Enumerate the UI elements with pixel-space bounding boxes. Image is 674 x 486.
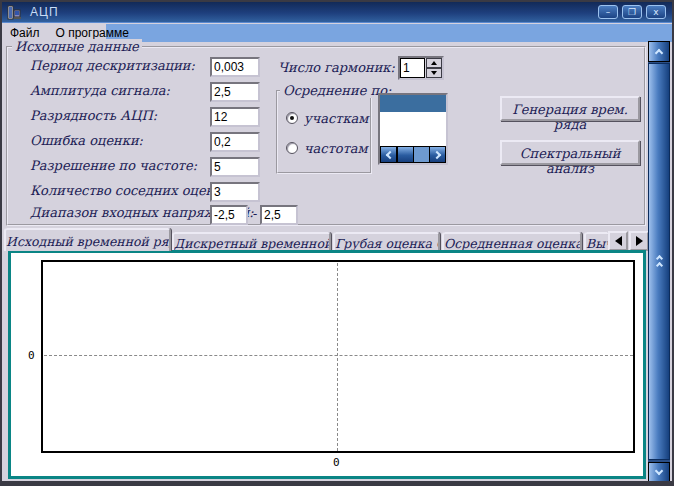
spinner-up-button[interactable] [426, 58, 442, 68]
radio-selected-dot [290, 116, 294, 120]
field-label-sampling-period: Период дескритизации: [30, 58, 195, 73]
field-input-signal-amplitude[interactable] [210, 82, 260, 102]
hscroll-thumb[interactable] [397, 146, 414, 163]
app-window: АЦП – ❐ x Файл О программе Исходные данн… [0, 0, 674, 486]
spinner-up-icon [431, 61, 437, 65]
tab-scroll-right-icon [636, 236, 643, 246]
field-input-frequency-resolution[interactable] [210, 157, 260, 177]
tab-scroll-right-button[interactable] [629, 231, 649, 251]
hscroll-right-icon [432, 150, 440, 158]
hscroll-left-button[interactable] [380, 146, 397, 163]
close-button[interactable]: x [646, 5, 666, 19]
tab-scroll-left-icon [615, 236, 622, 246]
app-icon [7, 5, 22, 20]
field-label-frequency-resolution: Разрешение по частоте: [30, 158, 197, 173]
scroll-thumb-gripper-icon [655, 261, 662, 268]
field-label-signal-amplitude: Амплитуда сигнала: [30, 83, 170, 98]
radio-by-frequencies[interactable] [286, 142, 298, 154]
scroll-down-button[interactable] [648, 462, 670, 483]
group-initial-data-label: Исходные данные [12, 39, 142, 54]
scroll-up-button[interactable] [648, 41, 670, 62]
field-label-harmonics-count: Число гармоник: [278, 60, 395, 75]
scroll-up-icon [655, 49, 663, 57]
field-label-estimate-error: Ошибка оценки: [30, 133, 143, 148]
group-averaging [276, 90, 372, 174]
title-bar[interactable]: АЦП – ❐ x [2, 2, 672, 23]
range-separator: - [252, 206, 256, 221]
hscroll-right-button[interactable] [429, 146, 446, 163]
spinner-down-icon [431, 71, 437, 75]
spinner-down-button[interactable] [426, 68, 442, 78]
field-label-neighbor-estimates: Количество соседних оценок: [30, 183, 235, 198]
vertical-scrollbar[interactable] [648, 41, 670, 483]
harmonics-listbox[interactable] [378, 93, 448, 165]
field-input-voltage-range-to[interactable] [260, 205, 298, 225]
field-label-adc-resolution: Разрядность АЦП: [30, 108, 157, 123]
window-title: АЦП [30, 5, 59, 19]
radio-by-segments[interactable] [286, 112, 298, 124]
listbox-hscrollbar[interactable] [380, 146, 446, 163]
hscroll-left-icon [385, 150, 393, 158]
tab-truncated[interactable]: Вычи [584, 232, 610, 251]
generate-series-button[interactable]: Генерация врем. ряда [500, 96, 640, 121]
y-axis-zero-label: 0 [28, 349, 35, 362]
listbox-selected-row[interactable] [380, 95, 446, 112]
tab-discrete-time-series[interactable]: Дискретный временной ряд [172, 232, 331, 251]
harmonics-spinner-value[interactable]: 1 [400, 58, 425, 78]
radio-by-segments-label: участкам [304, 111, 368, 126]
chart-zero-gridline-vertical [337, 263, 338, 451]
chart-plot-area [41, 260, 635, 453]
tab-rough-psd-estimate[interactable]: Грубая оценка СПМ [333, 232, 440, 251]
field-input-estimate-error[interactable] [210, 132, 260, 152]
tab-source-time-series[interactable]: Исходный временной ряд [4, 228, 171, 251]
radio-by-frequencies-label: частотам [304, 141, 368, 156]
tab-averaged-psd-estimate[interactable]: Осредненная оценка СПМ [442, 232, 582, 251]
maximize-button[interactable]: ❐ [622, 5, 642, 19]
chart-zero-gridline-horizontal [44, 355, 633, 356]
field-input-sampling-period[interactable] [210, 57, 260, 77]
scroll-down-icon [655, 467, 663, 475]
minimize-button[interactable]: – [598, 5, 618, 19]
hscroll-track[interactable] [414, 146, 429, 163]
tab-scroll-left-button[interactable] [608, 231, 628, 251]
field-input-adc-resolution[interactable] [210, 107, 260, 127]
x-axis-zero-label: 0 [333, 456, 340, 469]
field-input-voltage-range-from[interactable] [210, 205, 248, 225]
scroll-thumb[interactable] [648, 63, 670, 460]
field-input-neighbor-estimates[interactable] [210, 182, 260, 202]
harmonics-spinner[interactable]: 1 [398, 56, 444, 80]
spectral-analysis-button[interactable]: Спектральный анализ [500, 140, 640, 165]
